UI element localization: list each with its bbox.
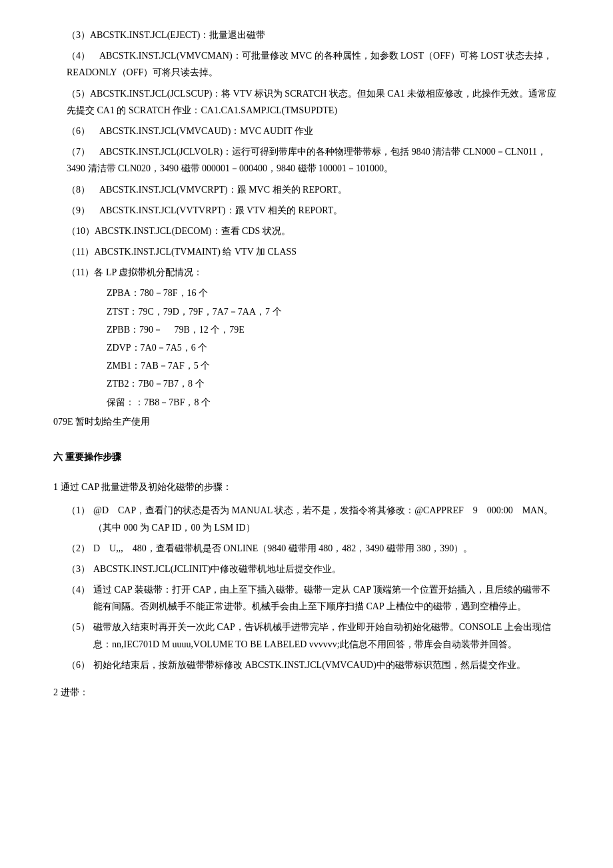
step-1-num: （1） [67, 502, 93, 535]
lp-item-5-text: ZTB2：7B0－7B7，8 个 [107, 379, 205, 389]
page-content: （3）ABCSTK.INST.JCL(EJECT)：批量退出磁带 （4） ABC… [53, 27, 560, 701]
item-10-text: （10）ABCSTK.INST.JCL(DECOM)：查看 CDS 状况。 [67, 226, 291, 236]
item-5-text: （5）ABCSTK.INST.JCL(JCLSCUP)：将 VTV 标识为 SC… [67, 89, 556, 115]
item-10: （10）ABCSTK.INST.JCL(DECOM)：查看 CDS 状况。 [53, 223, 560, 239]
lp-item-2-text: ZPBB：790－ 79B，12 个，79E [107, 325, 245, 335]
lp-item-4-text: ZMB1：7AB－7AF，5 个 [107, 361, 210, 371]
lp-item-0: ZPBA：780－78F，16 个 [53, 285, 560, 301]
step-3: （3） ABCSTK.INST.JCL(JCLINIT)中修改磁带机地址后提交作… [53, 561, 560, 577]
lp-item-6: 保留：：7B8－7BF，8 个 [53, 394, 560, 411]
item-11a-text: （11）ABCSTK.INST.JCL(TVMAINT) 给 VTV 加 CLA… [67, 247, 297, 257]
lp-item-3-text: ZDVP：7A0－7A5，6 个 [107, 343, 207, 353]
section6-sub2-text: 2 进带： [53, 687, 89, 697]
step-4: （4） 通过 CAP 装磁带：打开 CAP，由上至下插入磁带。磁带一定从 CAP… [53, 581, 560, 615]
item-9: （9） ABCSTK.INST.JCL(VVTVRPT)：跟 VTV 相关的 R… [53, 202, 560, 219]
lp-list: ZPBA：780－78F，16 个 ZTST：79C，79D，79F，7A7－7… [53, 285, 560, 410]
step-2-text: D U,,, 480，查看磁带机是否 ONLINE（9840 磁带用 480，4… [93, 540, 560, 557]
item-9-text: （9） ABCSTK.INST.JCL(VVTVRPT)：跟 VTV 相关的 R… [67, 205, 342, 215]
item-3: （3）ABCSTK.INST.JCL(EJECT)：批量退出磁带 [53, 27, 560, 43]
item-6-text: （6） ABCSTK.INST.JCL(VMVCAUD)：MVC AUDIT 作… [67, 126, 313, 136]
section6-sub2: 2 进带： [53, 684, 560, 701]
item-6: （6） ABCSTK.INST.JCL(VMVCAUD)：MVC AUDIT 作… [53, 123, 560, 139]
lp-item-6-text: 保留：：7B8－7BF，8 个 [107, 397, 211, 407]
item-11b: （11）各 LP 虚拟带机分配情况： [53, 264, 560, 281]
item-7-text: （7） ABCSTK.INST.JCL(JCLVOLR)：运行可得到带库中的各种… [67, 147, 546, 173]
lp-item-1: ZTST：79C，79D，79F，7A7－7AA，7 个 [53, 303, 560, 320]
step-6: （6） 初始化结束后，按新放磁带带标修改 ABCSTK.INST.JCL(VMV… [53, 657, 560, 673]
step-3-num: （3） [67, 561, 93, 577]
item-4: （4） ABCSTK.INST.JCL(VMVCMAN)：可批量修改 MVC 的… [53, 47, 560, 81]
lp-item-4: ZMB1：7AB－7AF，5 个 [53, 357, 560, 374]
lp-item-1-text: ZTST：79C，79D，79F，7A7－7AA，7 个 [107, 307, 282, 317]
step-4-num: （4） [67, 581, 93, 615]
step-1-text: @D CAP，查看门的状态是否为 MANUAL 状态，若不是，发指令将其修改：@… [93, 502, 560, 535]
footer-note-text: 079E 暂时划给生产使用 [53, 417, 150, 427]
step-3-text: ABCSTK.INST.JCL(JCLINIT)中修改磁带机地址后提交作业。 [93, 561, 560, 577]
lp-item-2: ZPBB：790－ 79B，12 个，79E [53, 321, 560, 338]
lp-item-0-text: ZPBA：780－78F，16 个 [107, 288, 208, 298]
step-1: （1） @D CAP，查看门的状态是否为 MANUAL 状态，若不是，发指令将其… [53, 502, 560, 535]
section6-header-text: 六 重要操作步骤 [53, 452, 121, 462]
step-6-num: （6） [67, 657, 93, 673]
step-5: （5） 磁带放入结束时再开关一次此 CAP，告诉机械手进带完毕，作业即开始自动初… [53, 619, 560, 652]
section6-sub1: 1 通过 CAP 批量进带及初始化磁带的步骤： [53, 479, 560, 495]
lp-item-3: ZDVP：7A0－7A5，6 个 [53, 339, 560, 356]
item-5: （5）ABCSTK.INST.JCL(JCLSCUP)：将 VTV 标识为 SC… [53, 85, 560, 119]
item-11a: （11）ABCSTK.INST.JCL(TVMAINT) 给 VTV 加 CLA… [53, 243, 560, 260]
step-2-num: （2） [67, 540, 93, 557]
step-4-text: 通过 CAP 装磁带：打开 CAP，由上至下插入磁带。磁带一定从 CAP 顶端第… [93, 581, 560, 615]
footer-note: 079E 暂时划给生产使用 [53, 413, 560, 430]
item-11b-text: （11）各 LP 虚拟带机分配情况： [67, 267, 203, 277]
item-3-text: （3）ABCSTK.INST.JCL(EJECT)：批量退出磁带 [67, 30, 265, 40]
item-8-text: （8） ABCSTK.INST.JCL(VMVCRPT)：跟 MVC 相关的 R… [67, 185, 347, 195]
step-5-num: （5） [67, 619, 93, 652]
section6-header: 六 重要操作步骤 [53, 449, 560, 465]
item-8: （8） ABCSTK.INST.JCL(VMVCRPT)：跟 MVC 相关的 R… [53, 181, 560, 198]
step-5-text: 磁带放入结束时再开关一次此 CAP，告诉机械手进带完毕，作业即开始自动初始化磁带… [93, 619, 560, 652]
lp-item-5: ZTB2：7B0－7B7，8 个 [53, 375, 560, 392]
step-2: （2） D U,,, 480，查看磁带机是否 ONLINE（9840 磁带用 4… [53, 540, 560, 557]
item-4-text: （4） ABCSTK.INST.JCL(VMVCMAN)：可批量修改 MVC 的… [67, 51, 552, 77]
item-7: （7） ABCSTK.INST.JCL(JCLVOLR)：运行可得到带库中的各种… [53, 143, 560, 177]
step-6-text: 初始化结束后，按新放磁带带标修改 ABCSTK.INST.JCL(VMVCAUD… [93, 657, 560, 673]
section6-sub1-text: 1 通过 CAP 批量进带及初始化磁带的步骤： [53, 482, 232, 492]
section6-steps: （1） @D CAP，查看门的状态是否为 MANUAL 状态，若不是，发指令将其… [53, 502, 560, 673]
